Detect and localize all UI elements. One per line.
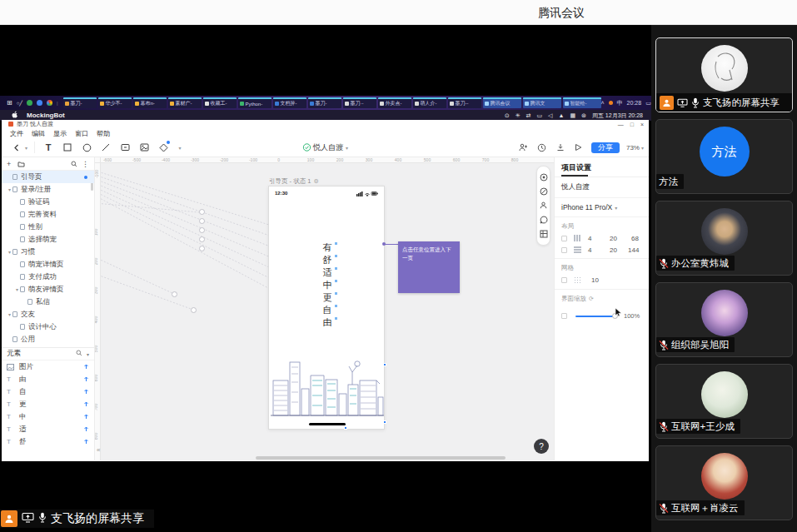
taskbar-tab[interactable]: 收藏工- bbox=[203, 97, 237, 108]
notification-icon[interactable]: ⊙ bbox=[505, 112, 510, 119]
page-tree-item[interactable]: 验证码 bbox=[2, 196, 94, 208]
show-desktop-button[interactable]: ▭ bbox=[645, 100, 651, 107]
element-locate-icon[interactable] bbox=[83, 389, 89, 395]
text-tool[interactable]: T bbox=[42, 142, 54, 153]
download-icon[interactable] bbox=[555, 142, 566, 153]
slice-tool-icon[interactable] bbox=[540, 187, 548, 196]
tray-app-icon[interactable] bbox=[609, 101, 613, 105]
chrome-icon[interactable] bbox=[47, 100, 52, 106]
page-tree-item[interactable]: 引导页 bbox=[2, 171, 94, 183]
collapse-sidebar-icon[interactable]: « bbox=[97, 446, 100, 454]
taskbar-tab[interactable]: 萌人介- bbox=[413, 97, 446, 108]
link-badge[interactable] bbox=[191, 307, 197, 313]
browser-icon-blue[interactable] bbox=[37, 100, 42, 106]
menu-item-窗口[interactable]: 窗口 bbox=[75, 129, 88, 138]
spotlight-search-icon[interactable]: ⊛ bbox=[581, 112, 586, 119]
start-icon[interactable]: ⊞ bbox=[7, 99, 12, 107]
link-badge[interactable] bbox=[199, 218, 205, 224]
element-item[interactable]: T自 bbox=[2, 385, 94, 398]
preview-play-icon[interactable] bbox=[573, 142, 585, 153]
pages-more-icon[interactable]: ⋮ bbox=[82, 160, 89, 168]
comment-tool-icon[interactable] bbox=[540, 216, 548, 224]
add-page-icon[interactable]: + bbox=[7, 160, 11, 168]
link-badge[interactable] bbox=[199, 236, 205, 242]
scale-reset-icon[interactable]: ⟳ bbox=[589, 296, 594, 302]
element-item[interactable]: T由 bbox=[2, 373, 94, 385]
folder-icon[interactable] bbox=[17, 161, 25, 167]
participant-tile[interactable]: 互联网＋肖凌云 bbox=[655, 445, 793, 520]
design-canvas[interactable]: -600-500-400-300-200-1000100200300400500… bbox=[95, 157, 554, 460]
taskbar-tab[interactable]: 腾讯会议 bbox=[483, 97, 521, 108]
columns-width[interactable]: 68 bbox=[631, 235, 639, 242]
page-tree-item[interactable]: ▾萌友评情页 bbox=[2, 283, 94, 296]
elements-search-icon[interactable] bbox=[76, 350, 82, 358]
participant-tile[interactable]: 办公室黄炜城 bbox=[655, 201, 793, 276]
selection-handle[interactable] bbox=[383, 363, 386, 366]
scale-slider[interactable] bbox=[575, 316, 615, 317]
element-item[interactable]: 图片 bbox=[2, 360, 94, 373]
menu-item-编辑[interactable]: 编辑 bbox=[32, 129, 45, 138]
volume-icon[interactable]: ◁ bbox=[548, 112, 552, 119]
selection-handle[interactable] bbox=[383, 420, 386, 424]
taskbar-tab[interactable]: 华少不- bbox=[98, 97, 132, 108]
element-locate-icon[interactable] bbox=[83, 439, 89, 445]
menubar-clock[interactable]: 周五 12月3日 20:28 bbox=[592, 112, 643, 120]
canvas-horizontal-scrollbar[interactable] bbox=[101, 456, 554, 460]
headline-character[interactable]: 舒 bbox=[319, 254, 336, 266]
menu-item-帮助[interactable]: 帮助 bbox=[97, 129, 110, 138]
element-item[interactable]: T中 bbox=[2, 410, 94, 423]
headline-vertical-text[interactable]: 有舒适中更自由 bbox=[319, 241, 336, 329]
rows-gutter[interactable]: 20 bbox=[610, 246, 617, 254]
columns-count[interactable]: 4 bbox=[588, 235, 591, 242]
element-locate-icon[interactable] bbox=[83, 376, 89, 383]
participant-tile[interactable]: 方法方法 bbox=[655, 119, 793, 194]
element-item[interactable]: T更 bbox=[2, 398, 94, 410]
layout-tool-icon[interactable] bbox=[540, 230, 548, 238]
button-tool[interactable] bbox=[119, 142, 131, 153]
grid-icon[interactable]: ▦ bbox=[570, 112, 575, 119]
marker-tool-icon[interactable] bbox=[540, 173, 548, 181]
headline-character[interactable]: 中 bbox=[319, 279, 336, 291]
page-tree-item[interactable]: 完善资料 bbox=[2, 208, 94, 221]
user-flow-icon[interactable] bbox=[540, 201, 547, 209]
taskbar-tab[interactable]: 腾讯文 bbox=[523, 97, 561, 108]
element-locate-icon[interactable] bbox=[83, 426, 89, 433]
eject-icon[interactable]: ▲ bbox=[558, 112, 564, 118]
taskbar-clock[interactable]: 20:28 bbox=[627, 100, 642, 106]
history-icon[interactable] bbox=[536, 142, 548, 153]
rectangle-tool[interactable] bbox=[62, 142, 73, 153]
taskbar-tab[interactable]: 外卖点- bbox=[378, 97, 411, 108]
zoom-selector[interactable]: 73% ▾ bbox=[626, 144, 644, 152]
rows-count[interactable]: 4 bbox=[588, 246, 591, 254]
page-tree-item[interactable]: 公用 bbox=[2, 333, 94, 346]
page-tree-item[interactable]: ▾交友 bbox=[2, 308, 94, 321]
headline-character[interactable]: 自 bbox=[319, 304, 336, 316]
tree-expander-icon[interactable]: ▾ bbox=[7, 311, 12, 317]
page-tree-item[interactable]: 支付成功 bbox=[2, 271, 94, 283]
browser-icon-green[interactable] bbox=[27, 100, 32, 106]
page-tree-item[interactable]: ▾登录/注册 bbox=[2, 183, 94, 196]
layout-rows-checkbox[interactable] bbox=[561, 247, 567, 253]
back-button[interactable] bbox=[10, 142, 22, 153]
share-button[interactable]: 分享 bbox=[591, 142, 620, 153]
element-locate-icon[interactable] bbox=[83, 401, 89, 408]
taskbar-tab[interactable]: 墨刀- bbox=[63, 97, 97, 108]
rows-height[interactable]: 144 bbox=[628, 246, 639, 254]
link-badge[interactable] bbox=[199, 246, 205, 251]
taskbar-search-icon[interactable]: ○╱ bbox=[17, 100, 22, 106]
tray-chevron-icon[interactable]: ˄ bbox=[601, 100, 605, 106]
page-tree-item[interactable]: 选择萌宠 bbox=[2, 233, 94, 246]
apple-menu-icon[interactable] bbox=[12, 111, 18, 120]
page-tree-item[interactable]: 设计中心 bbox=[2, 321, 94, 333]
project-switcher[interactable]: 悦人自渡 ▾ bbox=[302, 142, 348, 153]
participant-tile[interactable]: 支飞扬的屏幕共享 bbox=[655, 37, 793, 112]
menu-item-显示[interactable]: 显示 bbox=[53, 129, 67, 138]
city-skyline-illustration[interactable] bbox=[271, 357, 384, 417]
artboard-label[interactable]: 引导页 - 状态 1 ⚙ bbox=[269, 177, 319, 186]
participant-tile[interactable]: 互联网+王少成 bbox=[655, 364, 793, 439]
mac-active-app-name[interactable]: MockingBot bbox=[27, 112, 65, 119]
display-icon[interactable]: ▭ bbox=[536, 112, 542, 119]
close-button[interactable]: × bbox=[640, 122, 644, 127]
layout-columns-checkbox[interactable] bbox=[561, 236, 567, 241]
grid-checkbox[interactable] bbox=[561, 277, 567, 283]
